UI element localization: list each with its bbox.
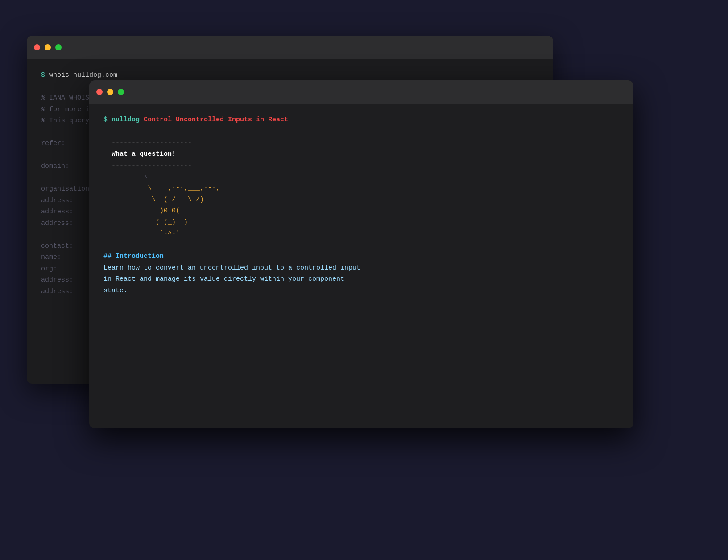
front-maximize-button[interactable] [118,89,124,95]
ascii-art-line4: ( (_) ) [103,219,188,226]
ascii-art-line2: \ (_/_ _\_/) [103,196,204,203]
back-prompt: $ [41,71,49,79]
front-close-button[interactable] [96,89,103,95]
ascii-art-line3: )0 0( [103,207,180,215]
ascii-art-line5: `-^-' [103,230,180,237]
front-terminal-window: $ nulldog Control Uncontrolled Inputs in… [89,80,633,428]
what-question-text: What a question! [103,150,176,158]
intro-heading: ## Introduction [103,253,164,260]
intro-text: Learn how to convert an uncontrolled inp… [103,264,360,295]
front-terminal-content: $ nulldog Control Uncontrolled Inputs in… [89,104,633,428]
back-command: whois nulldog.com [49,71,117,79]
back-minimize-button[interactable] [45,44,51,50]
front-minimize-button[interactable] [107,89,113,95]
back-close-button[interactable] [34,44,40,50]
front-prompt: $ [103,116,112,124]
front-command-name: nulldog [112,116,140,124]
ascii-art-line1: \ ,·-·,___,·-·, [103,184,220,192]
ascii-backslash1: \ [103,173,148,181]
back-title-bar [27,36,553,59]
back-name: name: [41,253,61,261]
back-org2: org: [41,265,57,273]
front-title-bar [89,80,633,104]
back-maximize-button[interactable] [55,44,62,50]
front-command-args: Control Uncontrolled Inputs in React [144,116,288,124]
divider-bottom: -------------------- [103,162,192,169]
divider-top: -------------------- [103,139,192,146]
